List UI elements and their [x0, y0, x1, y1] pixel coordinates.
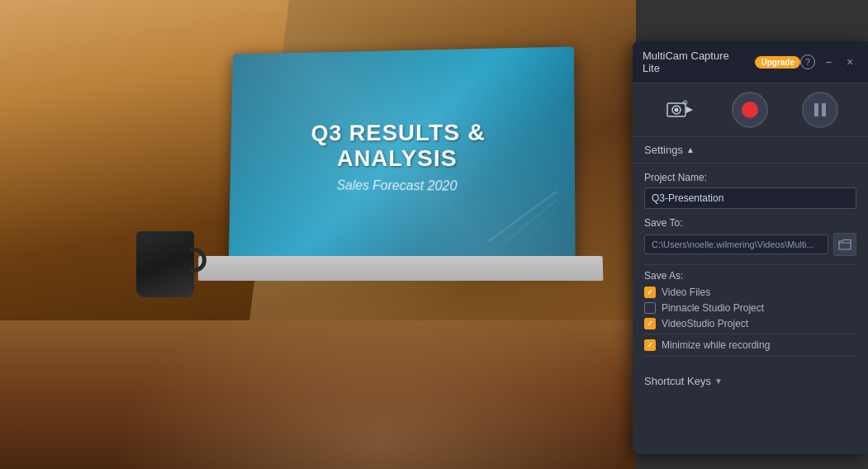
record-dot [742, 102, 758, 118]
shortcut-keys-label: Shortcut Keys [644, 375, 711, 387]
pause-bar-left [814, 103, 818, 116]
app-panel: MultiCam Capture Lite Upgrade ? − × ⚙ [633, 41, 868, 454]
help-button[interactable]: ? [800, 54, 815, 69]
svg-point-5 [675, 108, 679, 112]
camera-icon: ⚙ [666, 99, 695, 121]
pause-button[interactable] [802, 92, 838, 128]
save-to-label: Save To: [644, 217, 856, 229]
settings-label: Settings [644, 144, 683, 156]
divider-1 [644, 264, 856, 265]
settings-header[interactable]: Settings ▲ [633, 137, 868, 163]
checkbox-row-pinnacle: Pinnacle Studio Project [644, 302, 856, 314]
slide-subtitle: Sales Forecast 2020 [310, 178, 485, 193]
upgrade-badge[interactable]: Upgrade [755, 56, 800, 69]
checkbox-pinnacle[interactable] [644, 302, 656, 314]
checkbox-row-video: Video Files [644, 287, 856, 298]
settings-content: Project Name: Save To: C:\Users\noelle.w… [633, 163, 868, 368]
camera-settings-button[interactable]: ⚙ [662, 95, 699, 125]
svg-marker-6 [686, 107, 693, 113]
save-to-row: C:\Users\noelle.wilmering\Videos\Multi..… [644, 233, 856, 256]
save-to-path: C:\Users\noelle.wilmering\Videos\Multi..… [644, 234, 828, 254]
checkbox-video-files[interactable] [644, 287, 656, 298]
shortcut-arrow: ▼ [714, 377, 723, 386]
folder-icon [838, 239, 851, 250]
shortcut-keys-row[interactable]: Shortcut Keys ▼ [633, 368, 868, 394]
svg-text:⚙: ⚙ [682, 99, 688, 107]
laptop-screen: Q3 RESULTS & ANALYSIS Sales Forecast 202… [229, 46, 576, 269]
browse-folder-button[interactable] [833, 233, 856, 256]
laptop-body [198, 256, 604, 281]
checkbox-video-label: Video Files [662, 287, 710, 298]
checkbox-videostudio[interactable] [644, 318, 656, 329]
settings-arrow: ▲ [686, 145, 695, 154]
pause-bar-right [822, 103, 826, 116]
checkbox-row-videostudio: VideoStudio Project [644, 318, 856, 329]
toolbar: ⚙ [633, 83, 868, 137]
svg-line-1 [505, 199, 557, 243]
project-name-input[interactable] [644, 187, 856, 209]
slide-title: Q3 RESULTS & ANALYSIS [311, 121, 486, 173]
minimize-button[interactable]: − [820, 54, 837, 70]
coffee-cup [132, 231, 198, 314]
checkbox-minimize[interactable] [644, 339, 656, 351]
app-title: MultiCam Capture Lite [643, 50, 748, 74]
minimize-label: Minimize while recording [662, 339, 770, 351]
background-photo: Q3 RESULTS & ANALYSIS Sales Forecast 202… [0, 0, 636, 469]
minimize-row: Minimize while recording [644, 334, 856, 357]
close-button[interactable]: × [842, 54, 858, 70]
title-controls: ? − × [800, 54, 858, 70]
checkbox-pinnacle-label: Pinnacle Studio Project [662, 302, 764, 314]
project-name-label: Project Name: [644, 172, 856, 183]
title-left: MultiCam Capture Lite Upgrade [643, 50, 800, 74]
settings-section: Settings ▲ Project Name: Save To: C:\Use… [633, 137, 868, 454]
checkbox-videostudio-label: VideoStudio Project [662, 318, 748, 329]
save-as-label: Save As: [644, 270, 856, 282]
record-button[interactable] [732, 92, 768, 128]
title-bar: MultiCam Capture Lite Upgrade ? − × [633, 41, 868, 83]
